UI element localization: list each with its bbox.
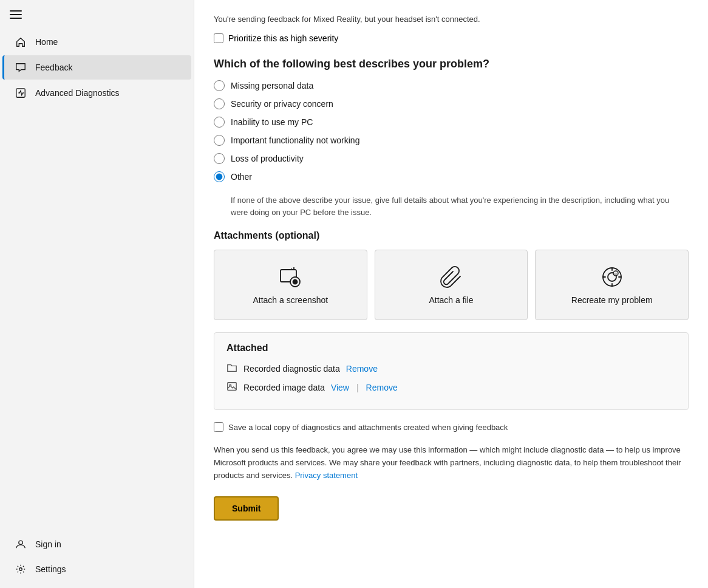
radio-label-important-functionality[interactable]: Important functionality not working (231, 135, 359, 145)
attach-screenshot-label: Attach a screenshot (253, 295, 328, 305)
sidebar-item-home-label: Home (35, 37, 58, 47)
radio-important-functionality[interactable] (214, 135, 225, 146)
svg-rect-2 (10, 18, 22, 19)
recreate-icon: ⊙ (600, 265, 624, 289)
feedback-icon (15, 61, 27, 74)
svg-point-5 (19, 568, 22, 571)
attached-section: Attached Recorded diagnostic data Remove… (214, 332, 689, 410)
radio-item-missing-personal-data[interactable]: Missing personal data (214, 80, 689, 91)
attach-file-button[interactable]: Attach a file (375, 250, 528, 320)
folder-icon (226, 362, 237, 375)
sidebar-item-sign-in[interactable]: Sign in (2, 532, 191, 556)
hamburger-icon (10, 9, 22, 21)
high-severity-checkbox[interactable] (214, 33, 223, 43)
radio-item-other[interactable]: Other (214, 171, 689, 182)
attached-item-image: Recorded image data View | Remove (226, 381, 676, 394)
attach-screenshot-button[interactable]: Attach a screenshot (214, 250, 367, 320)
sidebar-bottom: Sign in Settings (0, 532, 194, 588)
sidebar-item-settings-label: Settings (35, 564, 66, 574)
radio-group: Missing personal data Security or privac… (214, 80, 689, 182)
recreate-problem-button[interactable]: ⊙ Recreate my problem (535, 250, 689, 320)
radio-item-inability-to-use[interactable]: Inability to use my PC (214, 117, 689, 128)
other-hint: If none of the above describe your issue… (231, 194, 689, 218)
svg-rect-13 (228, 383, 236, 391)
top-notice: You're sending feedback for Mixed Realit… (214, 15, 689, 24)
attached-title: Attached (226, 343, 676, 354)
save-local-checkbox[interactable] (214, 422, 223, 432)
radio-security-privacy[interactable] (214, 98, 225, 109)
attachment-buttons: Attach a screenshot Attach a file ⊙ (214, 250, 689, 320)
attachments-title: Attachments (optional) (214, 230, 689, 241)
sidebar-item-sign-in-label: Sign in (35, 539, 61, 549)
radio-loss-of-productivity[interactable] (214, 153, 225, 164)
svg-rect-0 (10, 10, 22, 12)
radio-other[interactable] (214, 171, 225, 182)
svg-point-4 (19, 541, 22, 544)
sidebar-item-advanced-diagnostics[interactable]: Advanced Diagnostics (2, 81, 191, 105)
high-severity-label[interactable]: Prioritize this as high severity (228, 33, 338, 43)
radio-label-inability-to-use[interactable]: Inability to use my PC (231, 117, 313, 127)
radio-item-important-functionality[interactable]: Important functionality not working (214, 135, 689, 146)
radio-item-security-privacy[interactable]: Security or privacy concern (214, 98, 689, 109)
radio-item-loss-of-productivity[interactable]: Loss of productivity (214, 153, 689, 164)
radio-label-security-privacy[interactable]: Security or privacy concern (231, 99, 333, 109)
radio-label-missing-personal-data[interactable]: Missing personal data (231, 81, 313, 91)
home-icon (15, 36, 27, 48)
high-severity-row: Prioritize this as high severity (214, 33, 689, 43)
recreate-problem-label: Recreate my problem (571, 295, 653, 305)
gear-icon (15, 563, 27, 575)
radio-label-other[interactable]: Other (231, 172, 252, 182)
diagnostic-data-name: Recorded diagnostic data (243, 364, 340, 374)
attach-file-icon (439, 265, 463, 289)
main-content: You're sending feedback for Mixed Realit… (194, 0, 708, 588)
diagnostics-icon (15, 87, 27, 99)
sidebar-item-feedback-label: Feedback (35, 63, 72, 72)
sidebar-item-feedback[interactable]: Feedback (2, 55, 191, 80)
separator: | (356, 383, 359, 392)
radio-missing-personal-data[interactable] (214, 80, 225, 91)
problem-section-title: Which of the following best describes yo… (214, 58, 689, 70)
sidebar: Home Feedback Advanced Diagnostics (0, 0, 194, 588)
submit-label: Submit (232, 504, 260, 513)
svg-rect-1 (10, 14, 22, 15)
diagnostic-remove-link[interactable]: Remove (346, 364, 378, 374)
submit-button[interactable]: Submit (214, 496, 279, 521)
radio-inability-to-use[interactable] (214, 117, 225, 128)
image-view-link[interactable]: View (331, 383, 349, 392)
legal-text-content: When you send us this feedback, you agre… (214, 445, 681, 480)
hamburger-button[interactable] (0, 0, 194, 29)
image-icon (226, 381, 237, 394)
screenshot-icon (278, 265, 302, 289)
attached-item-diagnostic: Recorded diagnostic data Remove (226, 362, 676, 375)
svg-text:⊙: ⊙ (614, 272, 617, 276)
sidebar-item-home[interactable]: Home (2, 30, 191, 54)
privacy-link-label: Privacy statement (295, 471, 358, 480)
image-data-name: Recorded image data (243, 383, 325, 392)
save-local-row: Save a local copy of diagnostics and att… (214, 422, 689, 432)
image-remove-link[interactable]: Remove (366, 383, 398, 392)
radio-label-loss-of-productivity[interactable]: Loss of productivity (231, 154, 304, 163)
sidebar-item-advanced-diagnostics-label: Advanced Diagnostics (35, 88, 120, 98)
save-local-label[interactable]: Save a local copy of diagnostics and att… (228, 423, 508, 432)
sidebar-item-settings[interactable]: Settings (2, 557, 191, 581)
person-icon (15, 538, 27, 550)
legal-text: When you send us this feedback, you agre… (214, 444, 689, 482)
privacy-link[interactable]: Privacy statement (295, 471, 358, 480)
attach-file-label: Attach a file (429, 295, 473, 305)
svg-point-8 (293, 280, 298, 284)
